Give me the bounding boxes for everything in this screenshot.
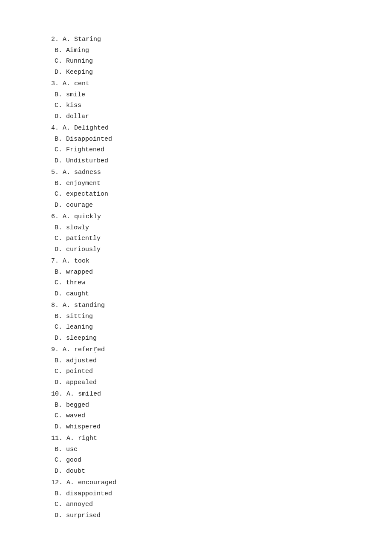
question-first-option: 2. A. Staring	[51, 34, 341, 45]
question-option: C. waved	[51, 410, 341, 422]
question-option: B. disappointed	[51, 489, 341, 500]
question-first-option: 6. A. quickly	[51, 211, 341, 223]
question-block: 7. A. tookB. wrappedC. threwD. caught	[51, 256, 341, 299]
question-option: B. smile	[51, 90, 341, 101]
question-first-option: 3. A. cent	[51, 78, 341, 90]
question-option: B. Aiming	[51, 45, 341, 56]
question-first-option: 9. A. referṛed	[51, 344, 341, 356]
question-option: D. whispered	[51, 422, 341, 433]
question-first-option: 4. A. Delighted	[51, 123, 341, 134]
questions-container: 2. A. StaringB. AimingC. RunningD. Keepi…	[51, 34, 341, 521]
question-option: B. use	[51, 444, 341, 455]
question-option: D. doubt	[51, 466, 341, 477]
question-block: 9. A. referṛedB. adjustedC. pointedD. a…	[51, 344, 341, 388]
question-option: D. appealed	[51, 377, 341, 388]
question-option: C. leaning	[51, 322, 341, 333]
question-block: 5. A. sadnessB. enjoymentC. expectationD…	[51, 167, 341, 211]
question-option: D. curiously	[51, 244, 341, 255]
question-block: 6. A. quicklyB. slowlyC. patientlyD. cur…	[51, 211, 341, 255]
question-option: B. Disappointed	[51, 134, 341, 145]
question-option: C. annoyed	[51, 499, 341, 510]
question-option: B. slowly	[51, 223, 341, 234]
question-first-option: 11. A. right	[51, 433, 341, 444]
question-option: C. patiently	[51, 233, 341, 244]
question-option: C. pointed	[51, 366, 341, 377]
question-option: D. sleeping	[51, 333, 341, 344]
question-option: C. Running	[51, 56, 341, 67]
question-option: B. enjoyment	[51, 178, 341, 189]
question-block: 3. A. centB. smileC. kissD. dollar	[51, 78, 341, 122]
question-option: C. Frightened	[51, 145, 341, 156]
question-block: 8. A. standingB. sittingC. leaningD. sle…	[51, 300, 341, 344]
question-option: B. adjusted	[51, 356, 341, 367]
question-option: D. dollar	[51, 111, 341, 122]
question-block: 12. A. encouragedB. disappointedC. annoy…	[51, 477, 341, 521]
question-option: C. good	[51, 455, 341, 466]
question-option: B. sitting	[51, 311, 341, 322]
question-option: D. Keeping	[51, 67, 341, 78]
question-option: D. Undisturbed	[51, 156, 341, 167]
question-option: D. courage	[51, 200, 341, 211]
question-block: 2. A. StaringB. AimingC. RunningD. Keepi…	[51, 34, 341, 78]
question-option: B. wrapped	[51, 267, 341, 278]
question-first-option: 10. A. smiled	[51, 389, 341, 400]
question-first-option: 7. A. took	[51, 256, 341, 267]
question-option: B. begged	[51, 400, 341, 411]
question-option: C. kiss	[51, 100, 341, 111]
question-block: 11. A. rightB. useC. goodD. doubt	[51, 433, 341, 477]
question-block: 4. A. DelightedB. DisappointedC. Frighte…	[51, 123, 341, 166]
question-option: C. threw	[51, 278, 341, 289]
question-option: D. caught	[51, 289, 341, 300]
question-option: C. expectation	[51, 189, 341, 200]
question-block: 10. A. smiledB. beggedC. wavedD. whisper…	[51, 389, 341, 432]
question-option: D. surprised	[51, 510, 341, 521]
question-first-option: 8. A. standing	[51, 300, 341, 311]
question-first-option: 5. A. sadness	[51, 167, 341, 178]
question-first-option: 12. A. encouraged	[51, 477, 341, 489]
